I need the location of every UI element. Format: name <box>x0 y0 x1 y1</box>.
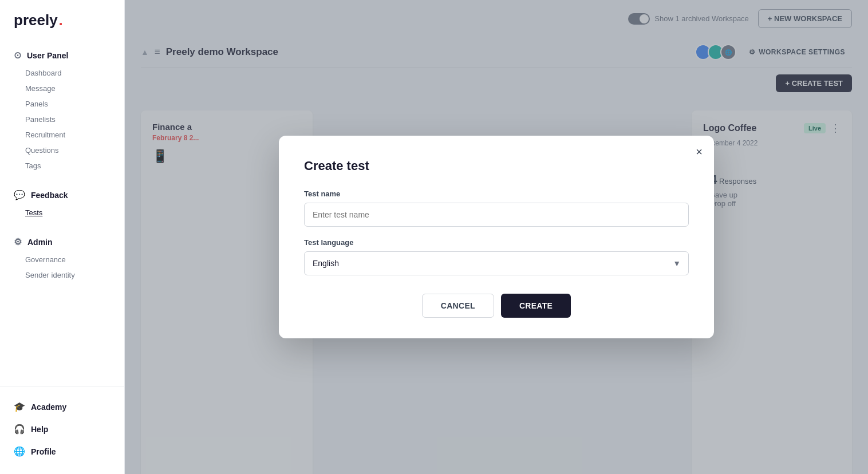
sidebar-section-label-admin: Admin <box>27 238 53 247</box>
sidebar-section-feedback: 💬 Feedback Tests <box>0 185 124 220</box>
modal-overlay: × Create test Test name Test language En… <box>125 0 868 474</box>
sidebar-item-help[interactable]: 🎧 Help <box>0 418 124 440</box>
create-test-modal: × Create test Test name Test language En… <box>279 136 714 338</box>
sidebar-item-message[interactable]: Message <box>0 81 124 96</box>
test-language-select[interactable]: English Danish Norwegian Swedish German … <box>304 251 689 275</box>
help-label: Help <box>31 425 48 434</box>
sidebar-item-panelists[interactable]: Panelists <box>0 112 124 127</box>
sidebar-item-questions[interactable]: Questions <box>0 143 124 158</box>
admin-icon: ⚙ <box>14 236 22 247</box>
logo-text: preely <box>14 11 58 29</box>
test-name-input[interactable] <box>304 203 689 227</box>
sidebar-section-label-user-panel: User Panel <box>27 51 68 60</box>
sidebar-bottom: 🎓 Academy 🎧 Help 🌐 Profile <box>0 386 124 463</box>
main-content: Show 1 archived Workspace + NEW WORKSPAC… <box>125 0 868 474</box>
sidebar-section-user-panel: ⊙ User Panel Dashboard Message Panels Pa… <box>0 45 124 173</box>
feedback-icon: 💬 <box>14 189 25 200</box>
modal-actions: CANCEL CREATE <box>304 294 689 318</box>
sidebar-section-header-user-panel[interactable]: ⊙ User Panel <box>0 45 124 65</box>
academy-label: Academy <box>31 402 66 412</box>
sidebar-section-header-feedback[interactable]: 💬 Feedback <box>0 185 124 205</box>
sidebar-item-tests[interactable]: Tests <box>0 205 124 220</box>
modal-title: Create test <box>304 159 689 173</box>
logo: preely. <box>0 11 124 45</box>
sidebar-section-admin: ⚙ Admin Governance Sender identity <box>0 232 124 283</box>
sidebar-item-academy[interactable]: 🎓 Academy <box>0 396 124 418</box>
sidebar-item-tags[interactable]: Tags <box>0 158 124 173</box>
sidebar: preely. ⊙ User Panel Dashboard Message P… <box>0 0 125 474</box>
sidebar-item-panels[interactable]: Panels <box>0 96 124 112</box>
help-icon: 🎧 <box>14 424 25 434</box>
academy-icon: 🎓 <box>14 401 25 412</box>
modal-close-button[interactable]: × <box>696 146 703 157</box>
profile-label: Profile <box>31 447 56 456</box>
create-button[interactable]: CREATE <box>501 294 571 318</box>
sidebar-item-sender-identity[interactable]: Sender identity <box>0 267 124 283</box>
sidebar-item-profile[interactable]: 🌐 Profile <box>0 440 124 463</box>
profile-icon: 🌐 <box>14 446 25 457</box>
cancel-button[interactable]: CANCEL <box>422 294 494 318</box>
sidebar-item-dashboard[interactable]: Dashboard <box>0 65 124 81</box>
test-language-label: Test language <box>304 238 689 247</box>
test-name-label: Test name <box>304 189 689 198</box>
sidebar-item-governance[interactable]: Governance <box>0 252 124 267</box>
sidebar-section-label-feedback: Feedback <box>31 191 68 200</box>
logo-dot: . <box>59 11 63 29</box>
sidebar-section-header-admin[interactable]: ⚙ Admin <box>0 232 124 252</box>
user-panel-icon: ⊙ <box>14 50 21 61</box>
test-language-wrapper: English Danish Norwegian Swedish German … <box>304 251 689 275</box>
sidebar-item-recruitment[interactable]: Recruitment <box>0 127 124 143</box>
